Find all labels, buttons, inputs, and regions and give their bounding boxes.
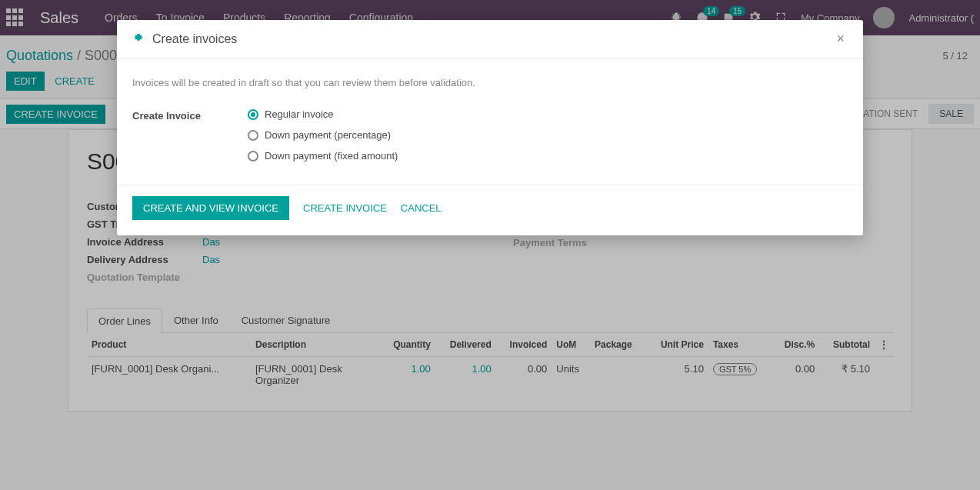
modal-title: Create invoices [152,32,237,46]
create-invoice-field: Create Invoice Regular invoice Down paym… [132,108,848,162]
create-invoice-label: Create Invoice [132,108,248,122]
radio-regular-invoice[interactable]: Regular invoice [248,108,398,120]
modal-footer: CREATE AND VIEW INVOICE CREATE INVOICE C… [117,185,863,235]
close-icon[interactable]: × [833,31,848,47]
modal-header: Create invoices × [117,20,863,58]
bug-icon[interactable] [132,32,145,46]
create-and-view-invoice-button[interactable]: CREATE AND VIEW INVOICE [132,196,289,220]
cancel-button[interactable]: CANCEL [401,202,442,214]
modal-help-text: Invoices will be created in draft so tha… [132,77,848,88]
radio-icon [248,130,258,141]
create-invoice-button-modal[interactable]: CREATE INVOICE [303,202,387,214]
radio-group: Regular invoice Down payment (percentage… [248,108,398,162]
radio-down-payment-fixed[interactable]: Down payment (fixed amount) [248,150,398,162]
radio-down-payment-percent[interactable]: Down payment (percentage) [248,129,398,141]
radio-icon [248,109,258,120]
radio-icon [248,151,258,162]
create-invoices-modal: Create invoices × Invoices will be creat… [117,20,863,235]
modal-body: Invoices will be created in draft so tha… [117,58,863,185]
